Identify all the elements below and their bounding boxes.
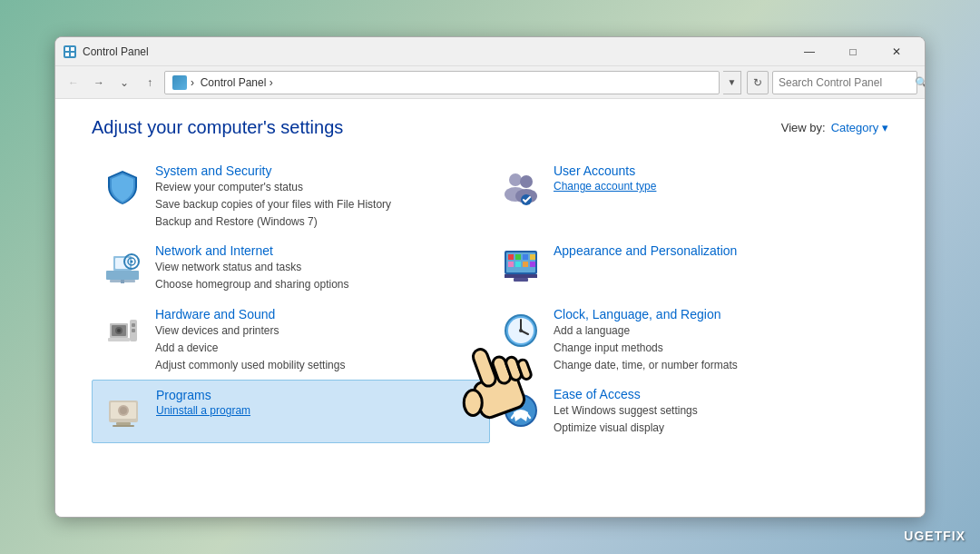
network-internet-content: Network and Internet View network status… [155, 243, 348, 292]
ease-access-title[interactable]: Ease of Access [554, 387, 698, 401]
svg-rect-29 [530, 262, 535, 267]
clock-language-title[interactable]: Clock, Language, and Region [554, 307, 738, 322]
svg-point-17 [131, 261, 133, 263]
address-dropdown[interactable]: ▼ [723, 71, 741, 94]
svg-rect-4 [71, 53, 74, 56]
clock-sub3: Change date, time, or number formats [554, 358, 738, 373]
svg-rect-1 [65, 47, 69, 51]
page-header: Adjust your computer's settings View by:… [92, 117, 888, 138]
hardware-sub1: View devices and printers [155, 323, 345, 339]
svg-rect-20 [505, 274, 537, 278]
search-input[interactable] [779, 76, 915, 89]
svg-rect-21 [514, 278, 528, 282]
svg-rect-10 [106, 271, 139, 280]
window-controls: — □ ✕ [789, 38, 917, 65]
view-by-value[interactable]: Category ▾ [831, 121, 888, 134]
system-security-sub3: Backup and Restore (Windows 7) [155, 214, 391, 230]
category-appearance[interactable]: Appearance and Personalization [490, 236, 888, 300]
window-title: Control Panel [83, 45, 789, 58]
minimize-button[interactable]: — [789, 38, 830, 65]
address-bar: ← → ⌄ ↑ › Control Panel › ▼ ↻ 🔍 [55, 66, 925, 99]
svg-point-5 [509, 173, 522, 186]
category-hardware-sound[interactable]: Hardware and Sound View devices and prin… [92, 300, 490, 380]
path-arrow: › [266, 76, 272, 89]
path-text: › [191, 76, 201, 89]
view-by: View by: Category ▾ [781, 121, 888, 134]
appearance-content: Appearance and Personalization [554, 243, 737, 258]
search-box: 🔍 [772, 71, 917, 94]
view-by-label: View by: [781, 121, 826, 134]
path-label: Control Panel [201, 76, 267, 89]
programs-icon [102, 390, 145, 433]
hardware-sub3: Adjust commonly used mobility settings [155, 358, 345, 373]
maximize-button[interactable]: □ [832, 38, 874, 65]
svg-point-43 [519, 329, 523, 332]
forward-button[interactable]: → [88, 72, 110, 94]
ease-sub2: Optimize visual display [554, 420, 698, 436]
svg-rect-24 [523, 254, 528, 260]
svg-point-34 [117, 329, 121, 332]
category-network-internet[interactable]: Network and Internet View network status… [92, 236, 490, 300]
hardware-sub2: Add a device [155, 341, 345, 356]
refresh-button[interactable]: ↻ [747, 71, 769, 94]
ease-access-content: Ease of Access Let Windows suggest setti… [554, 387, 698, 436]
category-ease-access[interactable]: Ease of Access Let Windows suggest setti… [490, 380, 888, 443]
svg-rect-25 [530, 254, 535, 260]
svg-rect-3 [65, 53, 69, 56]
svg-rect-14 [121, 280, 124, 283]
page-title: Adjust your computer's settings [92, 117, 343, 138]
category-programs[interactable]: Programs Uninstall a program [92, 380, 490, 443]
change-account-type-link[interactable]: Change account type [554, 180, 656, 193]
close-button[interactable]: ✕ [876, 38, 917, 65]
user-accounts-title[interactable]: User Accounts [554, 163, 656, 178]
system-security-sub1: Review your computer's status [155, 180, 391, 195]
svg-rect-48 [116, 422, 131, 425]
svg-point-47 [120, 407, 127, 414]
svg-rect-37 [132, 329, 135, 332]
control-panel-window: Control Panel — □ ✕ ← → ⌄ ↑ › Control Pa… [54, 36, 926, 518]
system-security-icon [101, 165, 144, 209]
category-user-accounts[interactable]: User Accounts Change account type [490, 156, 888, 236]
hardware-sound-icon [101, 309, 144, 352]
title-bar: Control Panel — □ ✕ [55, 37, 925, 66]
programs-content: Programs Uninstall a program [156, 388, 250, 417]
programs-title[interactable]: Programs [156, 388, 250, 402]
clock-language-icon [499, 309, 543, 352]
categories-grid: System and Security Review your computer… [92, 156, 888, 443]
svg-rect-32 [108, 338, 130, 341]
chevron-down-icon: ▾ [882, 121, 888, 134]
main-content: Adjust your computer's settings View by:… [55, 99, 925, 517]
back-button[interactable]: ← [63, 72, 84, 94]
appearance-title[interactable]: Appearance and Personalization [554, 243, 737, 258]
svg-rect-27 [515, 262, 521, 267]
recent-button[interactable]: ⌄ [113, 72, 135, 94]
up-button[interactable]: ↑ [139, 72, 161, 94]
ease-sub1: Let Windows suggest settings [554, 403, 698, 419]
hardware-sound-title[interactable]: Hardware and Sound [155, 307, 345, 322]
address-path[interactable]: › Control Panel › [164, 71, 720, 94]
category-system-security[interactable]: System and Security Review your computer… [92, 156, 490, 236]
svg-point-52 [517, 399, 524, 406]
network-sub2: Choose homegroup and sharing options [155, 277, 348, 292]
search-icon: 🔍 [915, 76, 926, 89]
clock-language-content: Clock, Language, and Region Add a langua… [554, 307, 738, 372]
system-security-title[interactable]: System and Security [155, 163, 391, 178]
svg-rect-26 [508, 262, 514, 267]
ease-access-icon [499, 389, 543, 432]
network-internet-icon [101, 245, 144, 289]
clock-sub2: Change input methods [554, 341, 738, 356]
window-icon [63, 45, 77, 59]
system-security-content: System and Security Review your computer… [155, 163, 391, 229]
svg-rect-2 [71, 47, 74, 51]
svg-rect-36 [132, 323, 135, 327]
path-icon [172, 75, 187, 90]
network-internet-title[interactable]: Network and Internet [155, 243, 348, 258]
svg-rect-49 [113, 425, 134, 427]
uninstall-program-link[interactable]: Uninstall a program [156, 404, 250, 417]
svg-rect-28 [523, 262, 528, 267]
brand-watermark: UGETFIX [904, 529, 965, 543]
system-security-sub2: Save backup copies of your files with Fi… [155, 197, 391, 213]
category-clock-language[interactable]: Clock, Language, and Region Add a langua… [490, 300, 888, 380]
user-accounts-icon [499, 165, 543, 209]
clock-sub1: Add a language [554, 323, 738, 339]
